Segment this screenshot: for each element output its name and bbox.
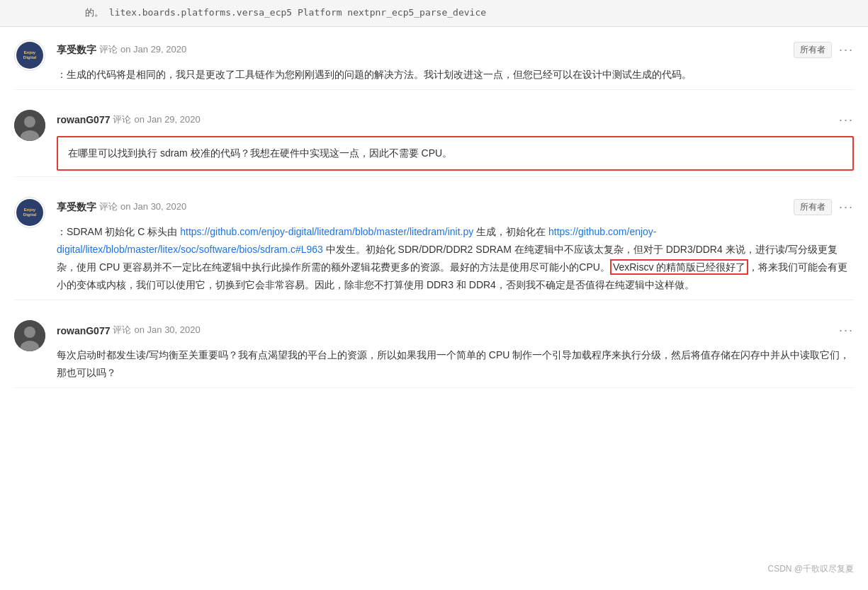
svg-point-1 xyxy=(24,116,35,127)
comment-label: 评论 xyxy=(99,200,118,215)
comment-date: on Jan 30, 2020 xyxy=(134,323,200,338)
comment-text: 每次启动时都发生读/写均衡至关重要吗？我有点渴望我的平台上的资源，所以如果我用一… xyxy=(57,346,854,382)
comment-body: 享受数字 评论 on Jan 29, 2020 所有者 ··· ：生成的代码将是… xyxy=(57,40,854,84)
author-name: 享受数字 xyxy=(57,42,96,57)
highlighted-comment-text: 在哪里可以找到执行 sdram 校准的代码？我想在硬件中实现这一点，因此不需要 … xyxy=(57,136,854,171)
owner-badge: 所有者 xyxy=(794,42,832,58)
comment-item: rowanG077 评论 on Jan 29, 2020 ··· 在哪里可以找到… xyxy=(14,97,854,177)
comment-body: rowanG077 评论 on Jan 30, 2020 ··· 每次启动时都发… xyxy=(57,320,854,382)
comment-label: 评论 xyxy=(113,113,131,127)
comment-body: 享受数字 评论 on Jan 30, 2020 所有者 ··· ：SDRAM 初… xyxy=(57,197,854,295)
highlighted-text: VexRiscv 的精简版已经很好了 xyxy=(610,259,748,275)
comment-header: 享受数字 评论 on Jan 29, 2020 所有者 ··· xyxy=(57,40,854,60)
author-name: rowanG077 xyxy=(57,112,110,127)
avatar xyxy=(14,320,45,351)
more-options-button[interactable]: ··· xyxy=(839,320,854,341)
comment-header: rowanG077 评论 on Jan 30, 2020 ··· xyxy=(57,320,854,341)
owner-badge: 所有者 xyxy=(794,199,832,215)
comments-section: EnjoyDigital 享受数字 评论 on Jan 29, 2020 所有者… xyxy=(0,27,868,403)
comment-item: rowanG077 评论 on Jan 30, 2020 ··· 每次启动时都发… xyxy=(14,307,854,388)
code-text: 的。 litex.boards.platforms.versa_ecp5 Pla… xyxy=(85,7,486,18)
comment-body: rowanG077 评论 on Jan 29, 2020 ··· 在哪里可以找到… xyxy=(57,110,854,171)
svg-point-4 xyxy=(24,327,35,338)
comment-header: 享受数字 评论 on Jan 30, 2020 所有者 ··· xyxy=(57,197,854,217)
comment-text: ：生成的代码将是相同的，我只是更改了工具链作为您刚刚遇到的问题的解决方法。我计划… xyxy=(57,66,854,84)
avatar: EnjoyDigital xyxy=(14,40,45,71)
comment-text: ：SDRAM 初始化 C 标头由 https://github.com/enjo… xyxy=(57,223,854,295)
comment-label: 评论 xyxy=(113,323,131,338)
comment-date: on Jan 30, 2020 xyxy=(120,200,186,215)
comment-header: rowanG077 评论 on Jan 29, 2020 ··· xyxy=(57,110,854,130)
avatar: EnjoyDigital xyxy=(14,197,45,228)
author-name: 享受数字 xyxy=(57,199,96,215)
code-bar: 的。 litex.boards.platforms.versa_ecp5 Pla… xyxy=(0,0,868,27)
comment-item: EnjoyDigital 享受数字 评论 on Jan 30, 2020 所有者… xyxy=(14,184,854,301)
comment-item: EnjoyDigital 享受数字 评论 on Jan 29, 2020 所有者… xyxy=(14,27,854,90)
more-options-button[interactable]: ··· xyxy=(839,110,854,130)
more-options-button[interactable]: ··· xyxy=(839,40,854,60)
avatar xyxy=(14,110,45,141)
comment-date: on Jan 29, 2020 xyxy=(120,42,186,57)
comment-label: 评论 xyxy=(99,42,118,57)
comment-date: on Jan 29, 2020 xyxy=(134,113,200,127)
page-container: 的。 litex.boards.platforms.versa_ecp5 Pla… xyxy=(0,0,868,402)
author-name: rowanG077 xyxy=(57,323,110,339)
init-link[interactable]: https://github.com/enjoy-digital/litedra… xyxy=(180,226,473,237)
more-options-button[interactable]: ··· xyxy=(839,197,854,217)
